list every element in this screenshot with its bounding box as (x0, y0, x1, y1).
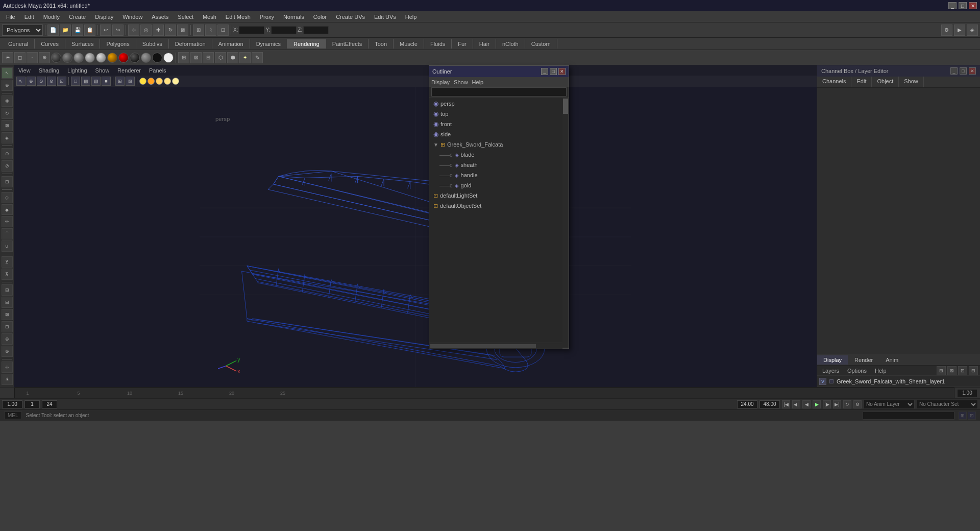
menu-mesh[interactable]: Mesh (199, 13, 220, 21)
timeline-track[interactable]: 1 5 10 15 20 25 (14, 388, 954, 398)
tab-hair[interactable]: Hair (473, 39, 496, 49)
outliner-item-sheath[interactable]: ——o ◈ sheath (429, 160, 569, 170)
layer-subtab-options[interactable]: Options (844, 367, 870, 374)
snap-point-btn[interactable]: ⊡ (217, 25, 229, 36)
go-to-start-btn[interactable]: |◀ (782, 400, 790, 408)
cb-minimize[interactable]: _ (950, 67, 958, 75)
maximize-button[interactable]: □ (959, 2, 967, 9)
tab-fur[interactable]: Fur (452, 39, 473, 49)
outliner-item-objset[interactable]: ⊡ defaultObjectSet (429, 201, 569, 211)
vp-shading1[interactable]: □ (71, 77, 80, 86)
tab-rendering[interactable]: Rendering (287, 39, 326, 49)
menu-normals[interactable]: Normals (279, 13, 308, 21)
menu-assets[interactable]: Assets (148, 13, 173, 21)
menu-color[interactable]: Color (309, 13, 331, 21)
parabola-btn[interactable]: ∪ (2, 240, 13, 252)
layer-subtab-layers[interactable]: Layers (819, 367, 842, 374)
tab-toon[interactable]: Toon (369, 39, 394, 49)
vp-paint[interactable]: ⊕ (27, 77, 36, 86)
layer-row[interactable]: V Greek_Sword_Falcata_with_Sheath_layer1 (817, 376, 980, 387)
shader-select-btn[interactable]: ⊕ (39, 52, 50, 63)
play-forward-btn[interactable]: ▶ (813, 400, 821, 408)
status-icon2[interactable]: ⊡ (968, 412, 976, 420)
menu-create-uvs[interactable]: Create UVs (332, 13, 369, 21)
menu-window[interactable]: Window (118, 13, 146, 21)
mat-preview-btn[interactable]: ⊟ (203, 52, 214, 63)
layer-subtab-help[interactable]: Help (872, 367, 890, 374)
vp-icon3[interactable]: ⊙ (37, 77, 46, 86)
curve-ep-btn[interactable]: ◆ (2, 204, 13, 215)
material-sphere-1[interactable] (51, 53, 61, 63)
curve-cv-btn[interactable]: ◇ (2, 192, 13, 203)
light-icon[interactable]: ☀ (2, 52, 13, 63)
select-tool-btn[interactable]: ↖ (2, 67, 13, 79)
mat-hypershade-btn[interactable]: ✦ (239, 52, 251, 63)
outliner-search-input[interactable] (431, 87, 567, 96)
snap-curve-btn[interactable]: ⌇ (205, 25, 216, 36)
move-btn[interactable]: ✚ (153, 25, 164, 36)
tab-general[interactable]: General (2, 39, 35, 49)
lasso-btn[interactable]: ◎ (140, 25, 152, 36)
measure-btn[interactable]: ⊻ (2, 256, 13, 268)
vp-snap-btn[interactable]: ⊠ (126, 77, 135, 86)
cb-tab-channels[interactable]: Channels (817, 77, 851, 87)
go-to-end-btn[interactable]: ▶| (833, 400, 841, 408)
outliner-item-lightset[interactable]: ⊡ defaultLightSet (429, 190, 569, 201)
material-sphere-dark[interactable] (130, 53, 140, 63)
menu-help[interactable]: Help (401, 13, 421, 21)
outliner-hscrollbar[interactable]: ▶ (429, 343, 569, 349)
pencil-btn[interactable]: ✏ (2, 216, 13, 227)
current-frame-input2[interactable] (24, 400, 40, 408)
outliner-close[interactable]: ✕ (558, 68, 566, 75)
menu-proxy[interactable]: Proxy (256, 13, 278, 21)
move-tool-btn[interactable]: ✚ (2, 95, 13, 107)
grid-btn5[interactable]: ⊕ (2, 333, 13, 345)
layer-icon1[interactable]: ⊞ (937, 366, 946, 375)
undo-btn[interactable]: ↩ (100, 25, 111, 36)
menu-select[interactable]: Select (174, 13, 198, 21)
grid-btn4[interactable]: ⊡ (2, 321, 13, 332)
vp-icon4[interactable]: ⊘ (47, 77, 56, 86)
camera-btn[interactable]: ⊹ (2, 361, 13, 373)
snap-grid-btn[interactable]: ⊞ (193, 25, 204, 36)
vp-shading4[interactable]: ■ (102, 77, 111, 86)
titlebar-controls[interactable]: _ □ ✕ (948, 2, 977, 9)
vp-grid-btn[interactable]: ⊞ (115, 77, 125, 86)
soft-mod-btn[interactable]: ⊙ (2, 148, 13, 159)
menu-create[interactable]: Create (65, 13, 90, 21)
new-scene-btn[interactable]: 📄 (47, 25, 59, 36)
outliner-menu-help[interactable]: Help (472, 79, 484, 85)
menu-file[interactable]: File (2, 13, 19, 21)
annot-btn[interactable]: ⊼ (2, 269, 13, 280)
outliner-menu-display[interactable]: Display (431, 79, 450, 85)
redo-btn[interactable]: ↪ (112, 25, 124, 36)
y-input[interactable] (271, 26, 297, 34)
open-btn[interactable]: 📁 (60, 25, 71, 36)
mel-label[interactable]: MEL (4, 412, 22, 419)
vp-light1[interactable] (139, 78, 146, 85)
mat-render-btn[interactable]: ⊠ (190, 52, 202, 63)
play-back-btn[interactable]: ◀ (802, 400, 811, 408)
cb-restore[interactable]: □ (960, 67, 967, 75)
z-input[interactable] (303, 26, 329, 34)
vp-menu-renderer[interactable]: Renderer (117, 67, 141, 74)
material-sphere-mid[interactable] (141, 53, 151, 63)
outliner-minimize[interactable]: _ (541, 68, 548, 75)
render-settings-btn[interactable]: ⚙ (941, 25, 952, 36)
tab-painteffects[interactable]: PaintEffects (326, 39, 369, 49)
vp-menu-view[interactable]: View (18, 67, 31, 74)
anim-end-input[interactable]: 48.00 (760, 400, 780, 408)
render-btn[interactable]: ▶ (954, 25, 965, 36)
status-icon1[interactable]: ⊞ (959, 412, 967, 420)
tab-dynamics[interactable]: Dynamics (250, 39, 287, 49)
outliner-item-sword-group[interactable]: ▼ ⊞ Greek_Sword_Falcata (429, 139, 569, 150)
material-sphere-gold[interactable] (107, 53, 117, 63)
outliner-item-side[interactable]: ◉ side (429, 129, 569, 139)
save-btn[interactable]: 💾 (72, 25, 83, 36)
grid-btn2[interactable]: ⊟ (2, 297, 13, 308)
grid-btn3[interactable]: ⊠ (2, 309, 13, 320)
outliner-scrollbar[interactable] (562, 98, 569, 348)
outliner-menu-show[interactable]: Show (454, 79, 468, 85)
grid-btn6[interactable]: ⊗ (2, 346, 13, 357)
scale-tool-btn[interactable]: ⊠ (2, 120, 13, 131)
